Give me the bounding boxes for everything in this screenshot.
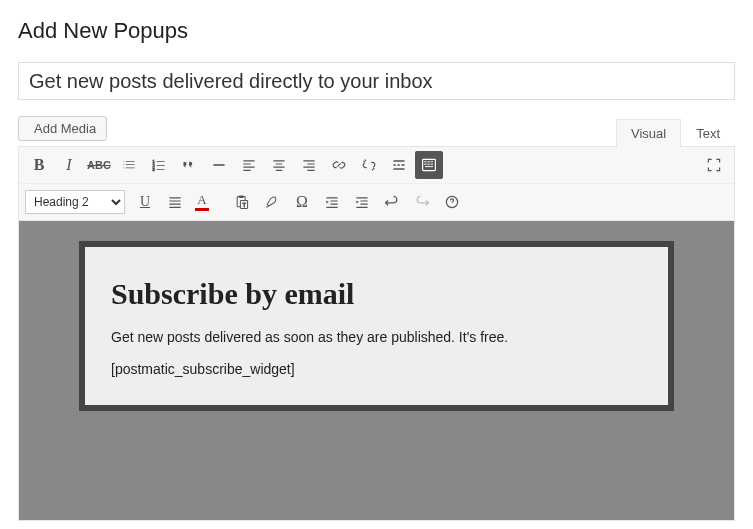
editor-toolbar: B I ABC 123 Heading 2 U A T Ω bbox=[18, 146, 735, 221]
svg-text:T: T bbox=[242, 202, 246, 208]
media-tabs-row: Add Media Visual Text bbox=[18, 116, 735, 147]
distraction-free-button[interactable] bbox=[700, 151, 728, 179]
text-color-button[interactable]: A bbox=[191, 188, 213, 216]
italic-letter: I bbox=[66, 156, 71, 174]
tab-text[interactable]: Text bbox=[681, 119, 735, 147]
undo-button[interactable] bbox=[378, 188, 406, 216]
popup-preview-frame: Subscribe by email Get new posts deliver… bbox=[79, 241, 674, 411]
svg-rect-5 bbox=[239, 196, 244, 198]
align-justify-button[interactable] bbox=[161, 188, 189, 216]
unlink-button[interactable] bbox=[355, 151, 383, 179]
strikethrough-button[interactable]: ABC bbox=[85, 151, 113, 179]
tab-visual[interactable]: Visual bbox=[616, 119, 681, 147]
toolbar-row-2: Heading 2 U A T Ω bbox=[19, 184, 734, 220]
text-color-swatch bbox=[195, 208, 209, 211]
popup-heading[interactable]: Subscribe by email bbox=[111, 277, 642, 311]
indent-button[interactable] bbox=[348, 188, 376, 216]
editor-tabs: Visual Text bbox=[616, 119, 735, 147]
paste-text-button[interactable]: T bbox=[228, 188, 256, 216]
text-color-dropdown[interactable] bbox=[214, 188, 226, 216]
numbered-list-button[interactable]: 123 bbox=[145, 151, 173, 179]
bold-letter: B bbox=[34, 156, 45, 174]
align-right-button[interactable] bbox=[295, 151, 323, 179]
underline-button[interactable]: U bbox=[131, 188, 159, 216]
bold-button[interactable]: B bbox=[25, 151, 53, 179]
page-title: Add New Popups bbox=[18, 18, 735, 44]
block-format-select[interactable]: Heading 2 bbox=[25, 190, 125, 214]
editor-content-area[interactable]: Subscribe by email Get new posts deliver… bbox=[18, 221, 735, 521]
align-left-button[interactable] bbox=[235, 151, 263, 179]
toolbar-toggle-button[interactable] bbox=[415, 151, 443, 179]
clear-formatting-button[interactable] bbox=[258, 188, 286, 216]
add-media-label: Add Media bbox=[34, 121, 96, 136]
read-more-button[interactable] bbox=[385, 151, 413, 179]
svg-text:3: 3 bbox=[153, 167, 156, 172]
popup-paragraph[interactable]: Get new posts delivered as soon as they … bbox=[111, 329, 642, 345]
link-button[interactable] bbox=[325, 151, 353, 179]
italic-button[interactable]: I bbox=[55, 151, 83, 179]
redo-button[interactable] bbox=[408, 188, 436, 216]
popup-shortcode-text[interactable]: [postmatic_subscribe_widget] bbox=[111, 361, 642, 377]
text-color-control: A bbox=[191, 188, 226, 216]
special-character-button[interactable]: Ω bbox=[288, 188, 316, 216]
svg-rect-3 bbox=[423, 159, 436, 170]
add-media-button[interactable]: Add Media bbox=[18, 116, 107, 141]
align-center-button[interactable] bbox=[265, 151, 293, 179]
keyboard-help-button[interactable] bbox=[438, 188, 466, 216]
toolbar-row-1: B I ABC 123 bbox=[19, 147, 734, 184]
popup-title-input[interactable] bbox=[18, 62, 735, 100]
bulleted-list-button[interactable] bbox=[115, 151, 143, 179]
outdent-button[interactable] bbox=[318, 188, 346, 216]
hr-button[interactable] bbox=[205, 151, 233, 179]
blockquote-button[interactable] bbox=[175, 151, 203, 179]
text-color-letter: A bbox=[197, 193, 206, 206]
